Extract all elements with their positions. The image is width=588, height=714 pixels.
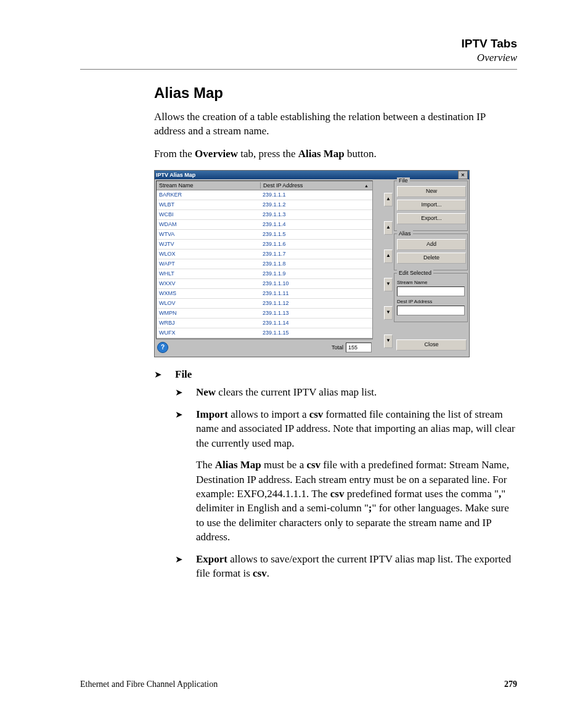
alias-group: Alias Add Delete — [394, 233, 468, 270]
new-button[interactable]: New — [397, 186, 466, 197]
header-rule — [80, 69, 517, 70]
table-row[interactable]: WHLT239.1.1.9 — [157, 269, 372, 279]
cell-dest-ip: 239.1.1.4 — [260, 221, 372, 227]
page-number: 279 — [504, 680, 517, 689]
cell-dest-ip: 239.1.1.6 — [260, 241, 372, 247]
dest-ip-input[interactable] — [397, 306, 465, 315]
close-icon[interactable]: × — [458, 171, 468, 179]
column-stream-name[interactable]: Stream Name — [157, 182, 261, 189]
table-row[interactable]: WLOV239.1.1.12 — [157, 299, 372, 309]
bullet-import: Import allows to import a csv formatted … — [175, 407, 517, 545]
bullet-file: File New clears the current IPTV alias m… — [154, 367, 517, 581]
move-up-single-button[interactable]: ▲ — [384, 249, 393, 263]
cell-dest-ip: 239.1.1.13 — [260, 310, 372, 316]
cell-dest-ip: 239.1.1.2 — [260, 201, 372, 208]
dest-ip-label: Dest IP Address — [397, 299, 465, 304]
cell-stream-name: WCBI — [157, 211, 260, 217]
cell-stream-name: WMPN — [157, 310, 260, 316]
cell-dest-ip: 239.1.1.3 — [260, 211, 372, 217]
table-row[interactable]: WMPN239.1.1.13 — [157, 309, 372, 318]
cell-dest-ip: 239.1.1.14 — [260, 320, 372, 326]
cell-dest-ip: 239.1.1.8 — [260, 261, 372, 267]
cell-stream-name: WHLT — [157, 270, 260, 277]
cell-stream-name: WDAM — [157, 221, 260, 227]
alias-group-label: Alias — [397, 230, 413, 237]
alias-map-dialog: IPTV Alias Map × Stream Name Dest IP Add… — [154, 170, 470, 357]
table-row[interactable]: WTVA239.1.1.5 — [157, 230, 372, 240]
table-row[interactable]: WLBT239.1.1.2 — [157, 200, 372, 210]
move-up-button[interactable]: ▲ — [384, 221, 393, 235]
cell-stream-name: WAPT — [157, 261, 260, 267]
add-button[interactable]: Add — [397, 239, 466, 250]
cell-stream-name: WLOV — [157, 300, 260, 306]
header-subtitle: Overview — [80, 52, 517, 64]
cell-stream-name: WJTV — [157, 241, 260, 247]
header-title: IPTV Tabs — [80, 37, 517, 51]
cell-stream-name: WXXV — [157, 280, 260, 286]
table-row[interactable]: WCBI239.1.1.3 — [157, 210, 372, 220]
stream-name-label: Stream Name — [397, 280, 465, 285]
cell-dest-ip: 239.1.1.7 — [260, 251, 372, 257]
edit-group-label: Edit Selected — [397, 270, 433, 276]
import-button[interactable]: Import... — [397, 200, 466, 211]
intro-paragraph-1: Allows the creation of a table establish… — [154, 110, 517, 139]
move-down-button[interactable]: ▼ — [384, 306, 393, 320]
table-row[interactable]: BARKER239.1.1.1 — [157, 190, 372, 200]
table-row[interactable]: WRBJ239.1.1.14 — [157, 318, 372, 328]
table-row[interactable]: WAPT239.1.1.8 — [157, 259, 372, 269]
total-label: Total — [332, 344, 343, 351]
cell-stream-name: WTVA — [157, 231, 260, 237]
alias-table: Stream Name Dest IP Address ▲ BARKER239.… — [156, 181, 373, 339]
file-group-label: File — [397, 177, 410, 184]
cell-stream-name: WLBT — [157, 201, 260, 208]
intro-paragraph-2: From the Overview tab, press the Alias M… — [154, 147, 517, 161]
edit-selected-group: Edit Selected Stream Name Dest IP Addres… — [394, 273, 468, 322]
sort-asc-icon: ▲ — [364, 184, 369, 188]
total-value: 155 — [346, 343, 372, 352]
bullet-export: Export allows to save/export the current… — [175, 552, 517, 581]
table-row[interactable]: WLOX239.1.1.7 — [157, 249, 372, 259]
table-scrollbar[interactable] — [374, 181, 383, 355]
cell-stream-name: WLOX — [157, 251, 260, 257]
cell-dest-ip: 239.1.1.11 — [260, 290, 372, 296]
table-row[interactable]: WDAM239.1.1.4 — [157, 220, 372, 230]
move-bottom-button[interactable]: ▼ — [384, 335, 393, 348]
move-down-single-button[interactable]: ▼ — [384, 278, 393, 291]
file-group: File New Import... Export... — [394, 181, 468, 231]
cell-dest-ip: 239.1.1.12 — [260, 300, 372, 306]
cell-stream-name: BARKER — [157, 192, 260, 198]
table-row[interactable]: WXXV239.1.1.10 — [157, 279, 372, 289]
table-row[interactable]: WJTV239.1.1.6 — [157, 240, 372, 249]
cell-dest-ip: 239.1.1.15 — [260, 330, 372, 336]
stream-name-input[interactable] — [397, 286, 465, 296]
table-row[interactable]: WXMS239.1.1.11 — [157, 289, 372, 299]
cell-dest-ip: 239.1.1.10 — [260, 280, 372, 286]
dialog-title: IPTV Alias Map — [156, 172, 458, 178]
cell-stream-name: WUFX — [157, 330, 260, 336]
cell-dest-ip: 239.1.1.5 — [260, 231, 372, 237]
table-row[interactable]: WUFX239.1.1.15 — [157, 328, 372, 338]
export-button[interactable]: Export... — [397, 213, 466, 224]
section-heading: Alias Map — [154, 84, 517, 102]
cell-dest-ip: 239.1.1.9 — [260, 270, 372, 277]
dialog-titlebar: IPTV Alias Map × — [155, 171, 469, 179]
column-dest-ip[interactable]: Dest IP Address ▲ — [261, 182, 372, 189]
cell-stream-name: WRBJ — [157, 320, 260, 326]
cell-dest-ip: 239.1.1.1 — [260, 192, 372, 198]
cell-stream-name: WXMS — [157, 290, 260, 296]
move-top-button[interactable]: ▲ — [384, 193, 393, 206]
bullet-new: New clears the current IPTV alias map li… — [175, 385, 517, 399]
delete-button[interactable]: Delete — [397, 253, 466, 264]
footer-text: Ethernet and Fibre Channel Application — [80, 680, 218, 689]
close-button[interactable]: Close — [396, 339, 467, 351]
help-icon[interactable]: ? — [157, 342, 168, 353]
